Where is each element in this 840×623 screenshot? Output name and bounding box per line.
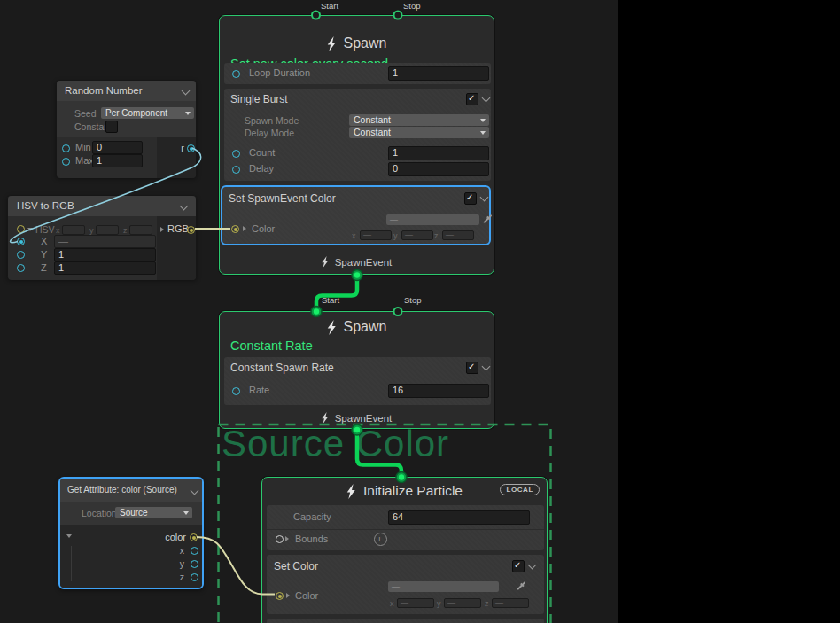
chevron-down-icon[interactable] — [180, 202, 189, 211]
spawn-mode-label: Spawn Mode — [245, 115, 299, 126]
rgb-output-port[interactable] — [187, 226, 195, 234]
max-input[interactable]: 1 — [92, 154, 143, 167]
y-input[interactable]: 1 — [54, 248, 156, 261]
loop-duration-input[interactable]: 1 — [388, 66, 489, 81]
rate-input[interactable]: 16 — [388, 384, 489, 398]
node-title-row[interactable]: Spawn — [220, 319, 494, 335]
spawn-mode-value: Constant — [354, 114, 391, 125]
flow-start-label: Start — [321, 1, 338, 11]
set-spawnevent-color-enabled-checkbox[interactable] — [464, 192, 477, 205]
chevron-down-icon[interactable] — [482, 362, 491, 371]
node-header[interactable]: Get Attribute: color (Source) — [60, 479, 202, 502]
r-output-port[interactable] — [187, 144, 195, 152]
z-input-port[interactable] — [17, 264, 25, 272]
next-block-partial — [267, 619, 544, 623]
node-header[interactable]: HSV to RGB — [8, 196, 196, 216]
loop-duration-port[interactable] — [232, 70, 240, 78]
seed-value: Per Component — [105, 108, 167, 118]
node-body: r Min 0 Max 1 — [57, 137, 196, 178]
edge-spawnevent-to-start — [316, 276, 357, 312]
x-component-field[interactable]: — — [397, 598, 434, 608]
chevron-down-icon[interactable] — [182, 87, 191, 96]
min-port[interactable] — [62, 144, 70, 152]
hsv-to-rgb-node[interactable]: HSV to RGB RGB HSV x — y — z — X — Y 1 — [7, 195, 197, 279]
spawnevent-output-label: SpawnEvent — [335, 413, 393, 424]
expander-icon[interactable] — [27, 228, 33, 231]
chevron-down-icon[interactable] — [480, 193, 489, 202]
chevron-down-icon[interactable] — [191, 487, 199, 495]
x-input[interactable]: — — [54, 235, 156, 248]
seed-dropdown[interactable]: Per Component — [101, 107, 194, 119]
max-port[interactable] — [62, 158, 70, 166]
single-burst-block[interactable]: Single Burst Spawn Mode Constant Delay M… — [224, 89, 491, 181]
location-dropdown[interactable]: Source — [115, 507, 192, 518]
set-spawnevent-color-title: Set SpawnEvent Color — [229, 192, 336, 205]
delay-mode-dropdown[interactable]: Constant — [349, 127, 489, 138]
z-output-port[interactable] — [191, 573, 198, 581]
x-output-port[interactable] — [191, 547, 198, 555]
set-spawnevent-color-block[interactable]: Set SpawnEvent Color Color — x — y — z — — [221, 185, 491, 245]
count-input[interactable]: 1 — [388, 146, 489, 160]
hsv-z-label: z — [123, 226, 128, 235]
set-color-block[interactable]: Set Color Color — x — y — z — — [267, 555, 544, 614]
chevron-down-icon[interactable] — [482, 94, 491, 103]
spawn-mode-dropdown[interactable]: Constant — [349, 114, 489, 126]
expand-right-icon[interactable] — [243, 226, 246, 231]
node-header[interactable]: Random Number — [57, 81, 196, 101]
bounds-port[interactable] — [276, 535, 284, 543]
node-title-row[interactable]: Spawn — [220, 35, 494, 51]
y-output-port[interactable] — [191, 560, 198, 568]
count-port[interactable] — [232, 150, 240, 158]
z-component-field[interactable]: — — [442, 230, 474, 240]
expand-right-icon[interactable] — [285, 536, 289, 541]
capacity-label: Capacity — [293, 511, 331, 522]
spawn-context-1[interactable]: Spawn Set new color every second Loop Du… — [219, 15, 494, 275]
color-swatch-bar[interactable]: — — [386, 214, 479, 225]
hsv-y-field[interactable]: — — [96, 225, 119, 235]
initialize-particle-context[interactable]: Initialize Particle LOCAL Capacity 64 Bo… — [261, 477, 548, 623]
get-attribute-node[interactable]: Get Attribute: color (Source) Location S… — [58, 477, 204, 589]
constant-checkbox[interactable] — [105, 121, 118, 133]
capacity-input[interactable]: 64 — [388, 510, 530, 525]
expand-right-icon[interactable] — [160, 227, 164, 232]
hsv-label: HSV — [35, 224, 55, 235]
eyedropper-icon[interactable] — [516, 580, 526, 591]
group-title-source-color[interactable]: Source Color — [222, 423, 449, 465]
hsv-x-label: x — [56, 226, 60, 235]
z-component-field[interactable]: — — [492, 598, 529, 608]
eyedropper-icon[interactable] — [482, 214, 493, 224]
color-swatch-bar[interactable]: — — [388, 581, 499, 592]
set-color-enabled-checkbox[interactable] — [512, 560, 525, 572]
node-subtitle[interactable]: Constant Rate — [230, 339, 313, 353]
z-input[interactable]: 1 — [54, 261, 156, 275]
constant-spawn-rate-enabled-checkbox[interactable] — [466, 362, 478, 374]
rate-port[interactable] — [232, 387, 240, 395]
node-title: Initialize Particle — [363, 483, 463, 499]
graph-canvas[interactable]: Source Color Start Stop Start Stop Spawn… — [0, 0, 618, 623]
constant-spawn-rate-block[interactable]: Constant Spawn Rate Rate 16 — [224, 357, 491, 405]
color-port[interactable] — [276, 592, 284, 600]
expander-icon[interactable] — [66, 534, 72, 538]
chevron-down-icon[interactable] — [528, 561, 537, 570]
hsv-port[interactable] — [17, 225, 25, 233]
node-settings: Seed Per Component Constant — [57, 101, 196, 137]
random-number-node[interactable]: Random Number Seed Per Component Constan… — [56, 80, 197, 177]
hsv-z-field[interactable]: — — [129, 225, 152, 235]
expand-right-icon[interactable] — [286, 593, 290, 598]
x-component-field[interactable]: — — [360, 230, 392, 240]
delay-port[interactable] — [232, 166, 240, 174]
single-burst-enabled-checkbox[interactable] — [466, 93, 478, 105]
color-port[interactable] — [231, 225, 239, 233]
hsv-x-field[interactable]: — — [62, 225, 85, 235]
x-output-label: x — [140, 545, 184, 556]
y-input-port[interactable] — [17, 251, 25, 259]
delay-input[interactable]: 0 — [388, 162, 489, 176]
y-component-field[interactable]: — — [444, 598, 481, 608]
spawn-context-2[interactable]: Spawn Constant Rate Constant Spawn Rate … — [219, 311, 494, 429]
min-input[interactable]: 0 — [92, 141, 143, 154]
y-component-field[interactable]: — — [401, 230, 433, 240]
x-input-port[interactable] — [17, 238, 25, 245]
color-output-port[interactable] — [190, 533, 198, 541]
local-space-badge[interactable]: LOCAL — [500, 484, 540, 495]
min-label: Min — [75, 142, 91, 152]
